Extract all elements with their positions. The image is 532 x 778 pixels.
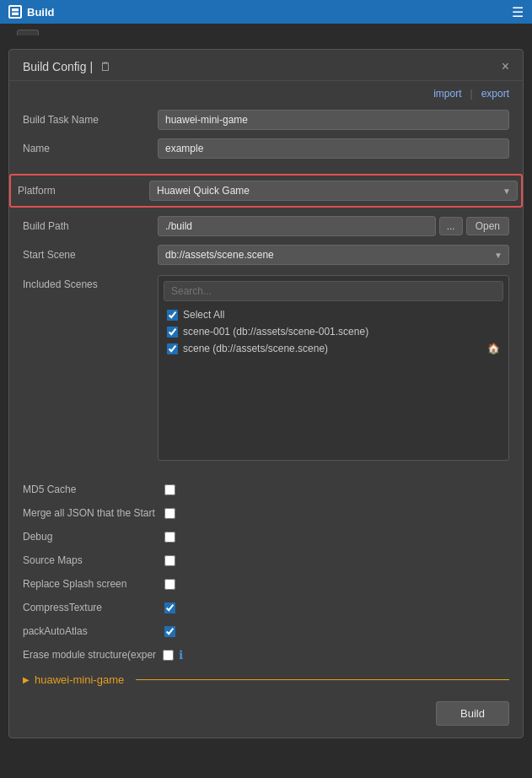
md5-cache-option: MD5 Cache (23, 478, 509, 501)
pack-auto-atlas-label: packAutoAtlas (23, 625, 158, 637)
huawei-label: huawei-mini-game (35, 673, 124, 686)
dialog-title: Build Config | 🗒 (23, 60, 111, 73)
dialog-title-text: Build Config | (23, 60, 93, 73)
erase-module-label: Erase module structure(exper (23, 649, 158, 661)
merge-json-checkbox[interactable] (164, 508, 175, 519)
title-bar: Build ☰ (0, 0, 532, 24)
top-area (0, 24, 532, 41)
md5-cache-checkbox[interactable] (164, 484, 175, 495)
start-scene-select[interactable]: db://assets/scene.scene (158, 245, 509, 265)
md5-cache-label: MD5 Cache (23, 484, 158, 495)
build-path-open-button[interactable]: Open (466, 217, 509, 235)
platform-select-wrap: Huawei Quick Game Web Mobile Web Desktop… (149, 181, 518, 201)
hamburger-icon[interactable]: ☰ (512, 4, 524, 20)
compress-texture-label: CompressTexture (23, 602, 158, 613)
huawei-section: ▶ huawei-mini-game (9, 667, 523, 693)
source-maps-option: Source Maps (23, 548, 509, 572)
scene-row: scene (db://assets/scene.scene) 🏠 (164, 340, 503, 357)
replace-splash-option: Replace Splash screen (23, 572, 509, 596)
build-config-dialog: Build Config | 🗒 × import | export Build… (8, 49, 524, 738)
source-maps-label: Source Maps (23, 554, 158, 566)
huawei-toggle[interactable]: ▶ huawei-mini-game (23, 673, 509, 686)
merge-json-option: Merge all JSON that the Start (23, 501, 509, 525)
import-link[interactable]: import (433, 88, 461, 100)
title-bar-title: Build (27, 6, 55, 19)
name-row: Name (23, 135, 509, 162)
dialog-header: Build Config | 🗒 × (9, 50, 523, 81)
build-task-name-row: Build Task Name (23, 106, 509, 133)
scene-001-row: scene-001 (db://assets/scene-001.scene) (164, 323, 503, 340)
included-scenes-label: Included Scenes (23, 275, 158, 290)
import-export-row: import | export (9, 81, 523, 103)
name-label: Name (23, 143, 158, 154)
build-path-dots-button[interactable]: ... (439, 217, 463, 235)
close-button[interactable]: × (502, 60, 509, 73)
file-icon: 🗒 (99, 60, 111, 73)
name-input[interactable] (158, 138, 509, 159)
home-icon: 🏠 (487, 343, 500, 354)
dialog-footer: Build (9, 693, 523, 737)
build-button[interactable]: Build (436, 701, 509, 726)
checkboxes-section: MD5 Cache Merge all JSON that the Start … (9, 473, 523, 643)
start-scene-label: Start Scene (23, 249, 158, 261)
title-bar-left: Build (8, 5, 55, 19)
scenes-container: Select All scene-001 (db://assets/scene-… (158, 275, 509, 461)
scene-001-checkbox[interactable] (167, 327, 178, 338)
included-scenes-row: Included Scenes Select All scene-001 (db… (23, 270, 509, 461)
replace-splash-label: Replace Splash screen (23, 578, 158, 590)
erase-module-row: Erase module structure(exper ℹ (9, 643, 523, 667)
erase-module-checkbox[interactable] (163, 650, 174, 661)
build-task-name-input[interactable] (158, 110, 509, 130)
compress-texture-checkbox[interactable] (164, 602, 175, 613)
pack-auto-atlas-checkbox[interactable] (164, 626, 175, 637)
top-tab (17, 30, 39, 35)
build-task-name-label: Build Task Name (23, 114, 158, 126)
merge-json-label: Merge all JSON that the Start (23, 507, 158, 519)
platform-select[interactable]: Huawei Quick Game Web Mobile Web Desktop… (149, 181, 518, 201)
separator: | (470, 88, 473, 100)
debug-checkbox[interactable] (164, 532, 175, 543)
info-icon: ℹ (179, 648, 183, 662)
debug-option: Debug (23, 525, 509, 548)
start-scene-select-wrap: db://assets/scene.scene ▼ (158, 245, 509, 265)
platform-form-row: Platform Huawei Quick Game Web Mobile We… (14, 177, 518, 204)
compress-texture-option: CompressTexture (23, 596, 509, 619)
export-link[interactable]: export (481, 88, 509, 100)
select-all-checkbox[interactable] (167, 310, 178, 321)
select-all-row: Select All (164, 306, 503, 323)
scene-001-label: scene-001 (db://assets/scene-001.scene) (183, 326, 500, 338)
triangle-right-icon: ▶ (23, 675, 30, 684)
form-content: Build Task Name Name (9, 103, 523, 174)
replace-splash-checkbox[interactable] (164, 579, 175, 590)
build-task-name-wrap (158, 110, 509, 130)
search-input[interactable] (164, 281, 503, 301)
select-all-label: Select All (183, 309, 224, 321)
build-path-input[interactable] (158, 216, 436, 236)
build-icon (8, 5, 22, 19)
name-wrap (158, 138, 509, 159)
huawei-divider (136, 679, 509, 680)
build-path-wrap: ... Open (158, 216, 509, 236)
scene-label: scene (db://assets/scene.scene) (183, 343, 482, 354)
build-path-row: Build Path ... Open (23, 213, 509, 240)
build-path-label: Build Path (23, 220, 158, 232)
form-content-2: Build Path ... Open Start Scene db://ass… (9, 209, 523, 473)
scene-checkbox[interactable] (167, 343, 178, 354)
pack-auto-atlas-option: packAutoAtlas (23, 619, 509, 643)
start-scene-row: Start Scene db://assets/scene.scene ▼ (23, 241, 509, 268)
platform-label: Platform (14, 185, 149, 197)
debug-label: Debug (23, 531, 158, 543)
source-maps-checkbox[interactable] (164, 555, 175, 566)
platform-row: Platform Huawei Quick Game Web Mobile We… (9, 174, 523, 208)
